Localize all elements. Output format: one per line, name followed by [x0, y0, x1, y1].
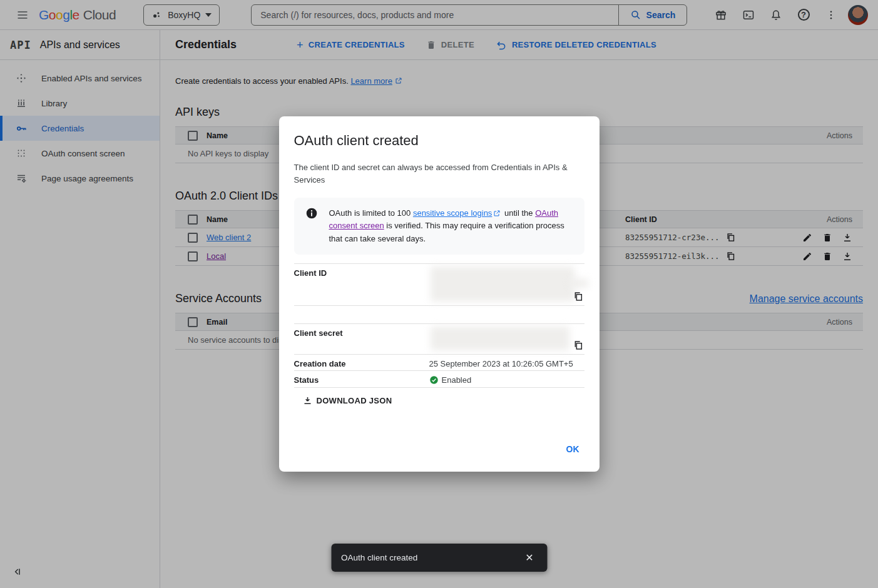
download-icon: [303, 396, 312, 405]
info-icon: [305, 207, 318, 220]
copy-client-secret-icon[interactable]: [573, 340, 583, 352]
redacted-client-secret: [431, 327, 569, 350]
close-icon[interactable]: ✕: [521, 549, 538, 567]
download-json-button[interactable]: DOWNLOAD JSON: [303, 396, 392, 405]
toast-snackbar: OAuth client created ✕: [331, 544, 547, 572]
client-secret-label: Client secret: [294, 324, 429, 354]
creation-date-row: Creation date 25 September 2023 at 10:26…: [294, 355, 584, 371]
status-row: Status Enabled: [294, 371, 584, 388]
spacer-row: [294, 306, 584, 324]
client-details: Client ID Client secret Creation date 25…: [294, 263, 584, 388]
toast-message: OAuth client created: [341, 553, 417, 562]
external-link-icon: [493, 210, 501, 217]
sensitive-scope-logins-link[interactable]: sensitive scope logins: [413, 208, 492, 218]
client-id-row: Client ID: [294, 263, 584, 306]
creation-date-value: 25 September 2023 at 10:26:05 GMT+5: [429, 355, 584, 370]
status-badge: Enabled: [429, 375, 584, 385]
client-secret-value-redacted: [429, 324, 584, 354]
client-id-label: Client ID: [294, 264, 429, 305]
redacted-client-id: [431, 266, 574, 302]
redacted-client-id: [569, 279, 588, 288]
oauth-client-created-dialog: OAuth client created The client ID and s…: [279, 116, 600, 472]
oauth-limit-notice: OAuth is limited to 100 sensitive scope …: [294, 198, 584, 254]
check-circle-icon: [429, 375, 439, 385]
creation-date-label: Creation date: [294, 355, 429, 370]
status-label: Status: [294, 371, 429, 387]
notice-text: OAuth is limited to 100 sensitive scope …: [329, 207, 574, 245]
dialog-body-text: The client ID and secret can always be a…: [294, 161, 569, 186]
client-id-value-redacted: [429, 264, 584, 305]
client-secret-row: Client secret: [294, 324, 584, 355]
ok-button[interactable]: OK: [561, 440, 584, 458]
dialog-title: OAuth client created: [294, 133, 584, 149]
copy-client-id-icon[interactable]: [573, 291, 583, 303]
